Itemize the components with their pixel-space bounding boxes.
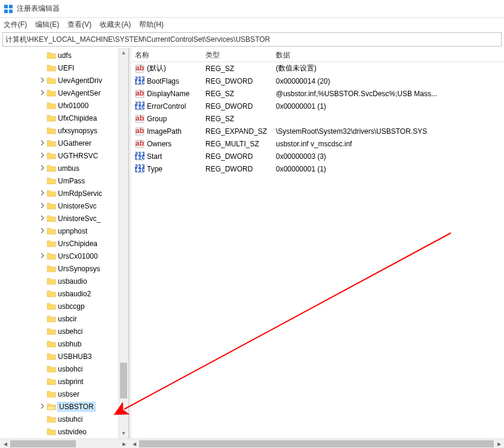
tree-item-udfs[interactable]: udfs — [38, 49, 128, 62]
tree-item-label: usbprint — [58, 378, 84, 386]
svg-text:110: 110 — [135, 103, 145, 111]
registry-value-row[interactable]: 011110BootFlagsREG_DWORD0x00000014 (20) — [131, 75, 504, 87]
tree-item-label: usbccgp — [58, 302, 85, 311]
menu-help[interactable]: 帮助(H) — [139, 20, 164, 30]
tree-item-ugatherer[interactable]: UGatherer — [38, 137, 128, 149]
tree-item-umbus[interactable]: umbus — [38, 162, 128, 174]
scrollbar-thumb[interactable] — [139, 440, 494, 447]
value-data: 0x00000001 (1) — [272, 165, 504, 173]
tree-item-ufxsynopsys[interactable]: ufxsynopsys — [38, 124, 128, 137]
tree-item-label: umbus — [58, 164, 79, 173]
scrollbar-right-icon[interactable]: ▶ — [494, 439, 504, 448]
svg-text:ab: ab — [136, 114, 144, 122]
folder-icon — [47, 76, 56, 85]
registry-value-row[interactable]: abOwnersREG_MULTI_SZusbstor.inf v_mscdsc… — [131, 137, 504, 150]
tree-item-usbccgp[interactable]: usbccgp — [38, 300, 128, 312]
bottom-scrollbar: ◀ ▶ ◀ ▶ — [0, 438, 504, 448]
folder-icon — [47, 314, 56, 324]
menu-favorites[interactable]: 收藏夹(A) — [100, 20, 131, 30]
tree-item-urssynopsys[interactable]: UrsSynopsys — [38, 262, 128, 275]
tree-item-usbxhci[interactable]: USBXHCI — [38, 438, 128, 438]
reg-string-icon: ab — [135, 89, 145, 99]
tree-item-upnphost[interactable]: upnphost — [38, 225, 128, 237]
expand-icon[interactable] — [38, 77, 47, 84]
folder-icon — [47, 189, 56, 198]
svg-text:ab: ab — [136, 64, 144, 72]
scrollbar-up-icon[interactable]: ▲ — [119, 48, 128, 58]
tree-item-umpass[interactable]: UmPass — [38, 174, 128, 187]
registry-value-row[interactable]: ab(默认)REG_SZ(数值未设置) — [131, 62, 504, 75]
expand-icon[interactable] — [38, 165, 47, 172]
expand-icon[interactable] — [38, 90, 47, 97]
expand-icon[interactable] — [38, 152, 47, 159]
expand-icon[interactable] — [38, 215, 47, 222]
expand-icon[interactable] — [38, 253, 47, 260]
reg-binary-icon: 011110 — [135, 76, 145, 86]
tree-horizontal-scrollbar[interactable]: ◀ ▶ — [0, 439, 129, 448]
column-header-type[interactable]: 类型 — [202, 48, 272, 62]
list-horizontal-scrollbar[interactable]: ◀ ▶ — [129, 439, 504, 448]
scrollbar-left-icon[interactable]: ◀ — [129, 439, 139, 448]
menu-view[interactable]: 查看(V) — [67, 20, 91, 30]
tree-item-usbehci[interactable]: usbehci — [38, 325, 128, 337]
value-name: Type — [147, 165, 162, 173]
scrollbar-track[interactable] — [139, 439, 494, 448]
tree-vertical-scrollbar[interactable]: ▲ ▼ — [118, 48, 128, 438]
expand-icon[interactable] — [38, 403, 47, 410]
tree-item-label: usbvideo — [58, 428, 87, 436]
tree-item-usbhub3[interactable]: USBHUB3 — [38, 350, 128, 363]
tree-item-urscx01000[interactable]: UrsCx01000 — [38, 250, 128, 262]
expand-icon[interactable] — [38, 140, 47, 147]
expand-icon[interactable] — [38, 228, 47, 235]
window-title: 注册表编辑器 — [17, 4, 60, 14]
tree-item-usbhub[interactable]: usbhub — [38, 337, 128, 350]
value-data: 0x00000014 (20) — [272, 77, 504, 85]
tree-item-uevagentser[interactable]: UevAgentSer — [38, 87, 128, 99]
column-header-name[interactable]: 名称 — [131, 48, 202, 62]
tree-panel: udfsUEFIUevAgentDrivUevAgentSerUfx01000U… — [0, 48, 129, 438]
tree-item-usbvideo[interactable]: usbvideo — [38, 425, 128, 438]
value-name-cell: abGroup — [131, 114, 202, 124]
value-type: REG_SZ — [202, 65, 272, 73]
tree-item-usbaudio[interactable]: usbaudio — [38, 275, 128, 287]
tree-item-umrdpservic[interactable]: UmRdpServic — [38, 187, 128, 200]
menu-edit[interactable]: 编辑(E) — [35, 20, 59, 30]
reg-binary-icon: 011110 — [135, 102, 145, 111]
svg-text:ab: ab — [136, 139, 144, 148]
registry-value-row[interactable]: 011110ErrorControlREG_DWORD0x00000001 (1… — [131, 100, 504, 112]
tree-item-ufx01000[interactable]: Ufx01000 — [38, 99, 128, 112]
registry-value-row[interactable]: abGroupREG_SZ — [131, 112, 504, 125]
tree-item-usbprint[interactable]: usbprint — [38, 375, 128, 388]
expand-icon[interactable] — [38, 190, 47, 197]
tree-item-unistoresvc[interactable]: UnistoreSvc — [38, 200, 128, 212]
tree-item-urschipidea[interactable]: UrsChipidea — [38, 237, 128, 250]
scrollbar-thumb[interactable] — [10, 440, 76, 447]
registry-value-row[interactable]: abImagePathREG_EXPAND_SZ\SystemRoot\Syst… — [131, 125, 504, 137]
registry-value-row[interactable]: 011110StartREG_DWORD0x00000003 (3) — [131, 150, 504, 162]
tree-item-usbaudio2[interactable]: usbaudio2 — [38, 287, 128, 300]
address-bar[interactable]: 计算机\HKEY_LOCAL_MACHINE\SYSTEM\CurrentCon… — [2, 32, 502, 47]
tree-item-usbuhci[interactable]: usbuhci — [38, 413, 128, 425]
tree-item-label: UmRdpServic — [58, 189, 102, 198]
scrollbar-down-icon[interactable]: ▼ — [119, 428, 128, 438]
tree-item-unistoresvc_[interactable]: UnistoreSvc_ — [38, 212, 128, 225]
scrollbar-left-icon[interactable]: ◀ — [0, 439, 10, 448]
registry-value-row[interactable]: 011110TypeREG_DWORD0x00000001 (1) — [131, 162, 504, 175]
column-header-data[interactable]: 数据 — [272, 48, 504, 62]
tree-item-usbohci[interactable]: usbohci — [38, 363, 128, 375]
registry-value-row[interactable]: abDisplayNameREG_SZ@usbstor.inf,%USBSTOR… — [131, 87, 504, 100]
expand-icon[interactable] — [38, 202, 47, 210]
menu-file[interactable]: 文件(F) — [4, 20, 27, 30]
tree-item-uevagentdriv[interactable]: UevAgentDriv — [38, 74, 128, 87]
tree-item-ufxchipidea[interactable]: UfxChipidea — [38, 112, 128, 124]
scrollbar-track[interactable] — [10, 439, 119, 448]
tree-item-usbstor[interactable]: USBSTOR — [38, 400, 128, 413]
tree-item-usbser[interactable]: usbser — [38, 388, 128, 400]
scrollbar-track[interactable] — [119, 58, 128, 428]
scrollbar-thumb[interactable] — [120, 363, 127, 398]
tree-item-usbcir[interactable]: usbcir — [38, 312, 128, 325]
tree-item-ugthrsvc[interactable]: UGTHRSVC — [38, 149, 128, 162]
scrollbar-right-icon[interactable]: ▶ — [119, 439, 129, 448]
tree-item-label: usbhub — [58, 340, 81, 348]
tree-item-uefi[interactable]: UEFI — [38, 62, 128, 74]
